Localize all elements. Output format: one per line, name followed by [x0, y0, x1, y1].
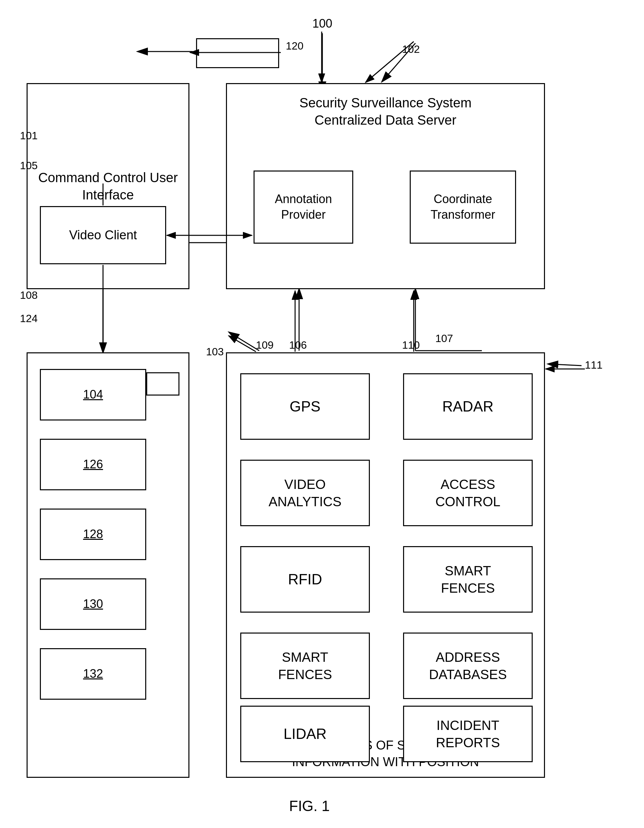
ref-108: 108: [20, 289, 38, 301]
cam104-box: 104: [40, 369, 146, 420]
ref-105: 105: [20, 160, 38, 172]
radar-label: RADAR: [442, 397, 494, 416]
cam130-label: 130: [83, 596, 103, 612]
gps-box: GPS: [240, 373, 370, 440]
cam126-label: 126: [83, 457, 103, 472]
incident-box: INCIDENT REPORTS: [403, 706, 533, 762]
smart-fences2-label: SMART FENCES: [278, 649, 332, 683]
video-analytics-label: VIDEO ANALYTICS: [268, 476, 341, 510]
ref-107: 107: [435, 332, 453, 345]
video-client-box: Video Client: [40, 206, 166, 264]
smart-fences1-label: SMART FENCES: [441, 562, 495, 597]
sources-outer-box: SOURCES OF SECURITY INFORMATION WITH POS…: [226, 352, 545, 778]
rfid-label: RFID: [288, 570, 322, 589]
fig-caption: FIG. 1: [289, 798, 330, 814]
address-db-label: ADDRESS DATABASES: [429, 649, 507, 683]
coord-box: Coordinate Transformer: [410, 171, 516, 244]
video-client-label: Video Client: [69, 227, 137, 243]
cam126-box: 126: [40, 439, 146, 490]
ref-124: 124: [20, 312, 38, 325]
access-control-label: ACCESS CONTROL: [435, 476, 500, 510]
ref-100: 100: [312, 17, 332, 31]
cam130-box: 130: [40, 579, 146, 630]
coord-label: Coordinate Transformer: [431, 191, 495, 223]
ref-102: 102: [402, 43, 420, 55]
ref-120: 120: [286, 40, 303, 52]
cam104-label: 104: [83, 387, 103, 403]
cam132-label: 132: [83, 666, 103, 682]
cam128-box: 128: [40, 508, 146, 560]
ref-106: 106: [289, 339, 307, 351]
smart-fences2-box: SMART FENCES: [240, 632, 370, 699]
ref-111: 111: [585, 359, 602, 371]
address-db-box: ADDRESS DATABASES: [403, 632, 533, 699]
radar-box: RADAR: [403, 373, 533, 440]
ref-109: 109: [256, 339, 274, 351]
svg-line-14: [229, 332, 259, 351]
ssscds-label: Security Surveillance System Centralized…: [227, 94, 544, 129]
diagram: 100 120 Command Control User Interface 1…: [0, 0, 644, 828]
ccui-label: Command Control User Interface: [38, 169, 178, 204]
ref-103: 103: [206, 346, 224, 358]
annotation-box: Annotation Provider: [254, 171, 353, 244]
annotation-label: Annotation Provider: [275, 191, 332, 223]
cam128-label: 128: [83, 527, 103, 542]
ref-101: 101: [20, 130, 38, 142]
smart-fences1-box: SMART FENCES: [403, 546, 533, 613]
svg-line-15: [548, 364, 581, 365]
lidar-label: LIDAR: [284, 724, 327, 743]
gps-label: GPS: [290, 397, 321, 416]
video-analytics-box: VIDEO ANALYTICS: [240, 460, 370, 526]
rfid-box: RFID: [240, 546, 370, 613]
ref-110: 110: [402, 339, 420, 351]
ssscds-box: Security Surveillance System Centralized…: [226, 83, 545, 289]
svg-line-27: [229, 336, 256, 352]
access-control-box: ACCESS CONTROL: [403, 460, 533, 526]
box-120: [196, 38, 279, 68]
incident-label: INCIDENT REPORTS: [436, 717, 500, 751]
cam104-icon: [146, 372, 179, 395]
cam132-box: 132: [40, 648, 146, 700]
lidar-box: LIDAR: [240, 706, 370, 762]
